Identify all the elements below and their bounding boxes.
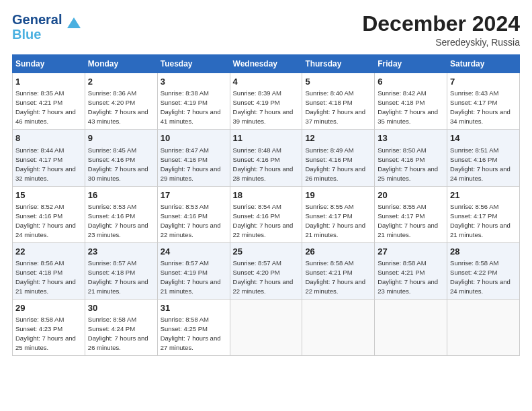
day-number: 12 bbox=[305, 132, 371, 144]
day-info: Sunrise: 8:57 AMSunset: 4:19 PMDaylight:… bbox=[161, 259, 221, 295]
calendar-cell: 30Sunrise: 8:58 AMSunset: 4:24 PMDayligh… bbox=[85, 299, 157, 355]
logo: General Blue bbox=[12, 12, 83, 42]
col-sunday: Sunday bbox=[13, 55, 85, 73]
location: Seredeyskiy, Russia bbox=[362, 37, 520, 48]
page: General Blue December 2024 Seredeyskiy, … bbox=[0, 0, 532, 363]
calendar-cell: 15Sunrise: 8:52 AMSunset: 4:16 PMDayligh… bbox=[13, 186, 85, 242]
title-block: December 2024 Seredeyskiy, Russia bbox=[362, 12, 520, 48]
calendar-cell: 18Sunrise: 8:54 AMSunset: 4:16 PMDayligh… bbox=[230, 186, 302, 242]
day-info: Sunrise: 8:36 AMSunset: 4:20 PMDaylight:… bbox=[88, 89, 148, 125]
day-number: 4 bbox=[233, 76, 300, 88]
day-info: Sunrise: 8:52 AMSunset: 4:16 PMDaylight:… bbox=[15, 203, 76, 238]
week-row-4: 22Sunrise: 8:56 AMSunset: 4:18 PMDayligh… bbox=[13, 242, 520, 299]
day-number: 16 bbox=[88, 189, 154, 201]
calendar-cell bbox=[375, 299, 447, 355]
calendar-cell: 9Sunrise: 8:45 AMSunset: 4:16 PMDaylight… bbox=[85, 130, 157, 186]
day-number: 5 bbox=[305, 76, 371, 88]
header: General Blue December 2024 Seredeyskiy, … bbox=[12, 12, 520, 48]
day-info: Sunrise: 8:58 AMSunset: 4:21 PMDaylight:… bbox=[378, 259, 438, 295]
day-number: 24 bbox=[161, 246, 227, 258]
day-number: 31 bbox=[161, 302, 227, 314]
day-number: 7 bbox=[450, 76, 517, 88]
svg-marker-0 bbox=[67, 17, 81, 28]
week-row-1: 1Sunrise: 8:35 AMSunset: 4:21 PMDaylight… bbox=[13, 73, 520, 130]
calendar-cell: 28Sunrise: 8:58 AMSunset: 4:22 PMDayligh… bbox=[447, 242, 520, 299]
day-info: Sunrise: 8:58 AMSunset: 4:22 PMDaylight:… bbox=[450, 259, 511, 295]
week-row-3: 15Sunrise: 8:52 AMSunset: 4:16 PMDayligh… bbox=[13, 186, 520, 242]
calendar-cell: 5Sunrise: 8:40 AMSunset: 4:18 PMDaylight… bbox=[302, 73, 375, 130]
day-info: Sunrise: 8:56 AMSunset: 4:18 PMDaylight:… bbox=[15, 259, 76, 295]
logo-icon bbox=[64, 15, 83, 34]
day-number: 8 bbox=[15, 132, 82, 144]
day-number: 2 bbox=[88, 76, 154, 88]
day-info: Sunrise: 8:49 AMSunset: 4:16 PMDaylight:… bbox=[305, 146, 365, 182]
calendar-cell: 10Sunrise: 8:47 AMSunset: 4:16 PMDayligh… bbox=[157, 130, 230, 186]
day-number: 29 bbox=[15, 302, 82, 314]
day-info: Sunrise: 8:55 AMSunset: 4:17 PMDaylight:… bbox=[305, 203, 365, 238]
day-number: 9 bbox=[88, 132, 154, 144]
calendar-cell: 20Sunrise: 8:55 AMSunset: 4:17 PMDayligh… bbox=[375, 186, 447, 242]
day-number: 22 bbox=[15, 246, 82, 258]
day-number: 27 bbox=[378, 246, 444, 258]
day-info: Sunrise: 8:56 AMSunset: 4:17 PMDaylight:… bbox=[450, 203, 511, 238]
day-number: 20 bbox=[378, 189, 444, 201]
day-info: Sunrise: 8:54 AMSunset: 4:16 PMDaylight:… bbox=[233, 203, 294, 238]
calendar-cell: 31Sunrise: 8:58 AMSunset: 4:25 PMDayligh… bbox=[157, 299, 230, 355]
calendar-cell: 11Sunrise: 8:48 AMSunset: 4:16 PMDayligh… bbox=[230, 130, 302, 186]
calendar-cell: 25Sunrise: 8:57 AMSunset: 4:20 PMDayligh… bbox=[230, 242, 302, 299]
day-info: Sunrise: 8:57 AMSunset: 4:20 PMDaylight:… bbox=[233, 259, 294, 295]
calendar-cell bbox=[302, 299, 375, 355]
day-info: Sunrise: 8:53 AMSunset: 4:16 PMDaylight:… bbox=[161, 203, 221, 238]
day-info: Sunrise: 8:58 AMSunset: 4:25 PMDaylight:… bbox=[161, 316, 221, 351]
day-number: 23 bbox=[88, 246, 154, 258]
calendar-cell: 1Sunrise: 8:35 AMSunset: 4:21 PMDaylight… bbox=[13, 73, 85, 130]
calendar-cell: 12Sunrise: 8:49 AMSunset: 4:16 PMDayligh… bbox=[302, 130, 375, 186]
calendar-cell bbox=[447, 299, 520, 355]
col-wednesday: Wednesday bbox=[230, 55, 302, 73]
day-number: 25 bbox=[233, 246, 300, 258]
calendar-cell: 16Sunrise: 8:53 AMSunset: 4:16 PMDayligh… bbox=[85, 186, 157, 242]
day-number: 3 bbox=[161, 76, 227, 88]
day-info: Sunrise: 8:44 AMSunset: 4:17 PMDaylight:… bbox=[15, 146, 76, 182]
day-info: Sunrise: 8:58 AMSunset: 4:23 PMDaylight:… bbox=[15, 316, 76, 351]
day-info: Sunrise: 8:43 AMSunset: 4:17 PMDaylight:… bbox=[450, 89, 511, 125]
day-info: Sunrise: 8:53 AMSunset: 4:16 PMDaylight:… bbox=[88, 203, 148, 238]
calendar-cell: 6Sunrise: 8:42 AMSunset: 4:18 PMDaylight… bbox=[375, 73, 447, 130]
day-number: 14 bbox=[450, 132, 517, 144]
calendar-cell: 2Sunrise: 8:36 AMSunset: 4:20 PMDaylight… bbox=[85, 73, 157, 130]
day-number: 10 bbox=[161, 132, 227, 144]
day-info: Sunrise: 8:55 AMSunset: 4:17 PMDaylight:… bbox=[378, 203, 438, 238]
week-row-5: 29Sunrise: 8:58 AMSunset: 4:23 PMDayligh… bbox=[13, 299, 520, 355]
col-friday: Friday bbox=[375, 55, 447, 73]
month-title: December 2024 bbox=[362, 12, 520, 36]
day-info: Sunrise: 8:50 AMSunset: 4:16 PMDaylight:… bbox=[378, 146, 438, 182]
calendar-cell: 24Sunrise: 8:57 AMSunset: 4:19 PMDayligh… bbox=[157, 242, 230, 299]
day-number: 21 bbox=[450, 189, 517, 201]
day-number: 30 bbox=[88, 302, 154, 314]
day-info: Sunrise: 8:38 AMSunset: 4:19 PMDaylight:… bbox=[161, 89, 221, 125]
day-info: Sunrise: 8:58 AMSunset: 4:24 PMDaylight:… bbox=[88, 316, 148, 351]
day-number: 18 bbox=[233, 189, 300, 201]
day-info: Sunrise: 8:51 AMSunset: 4:16 PMDaylight:… bbox=[450, 146, 511, 182]
header-row: Sunday Monday Tuesday Wednesday Thursday… bbox=[13, 55, 520, 73]
col-tuesday: Tuesday bbox=[157, 55, 230, 73]
week-row-2: 8Sunrise: 8:44 AMSunset: 4:17 PMDaylight… bbox=[13, 130, 520, 186]
col-thursday: Thursday bbox=[302, 55, 375, 73]
calendar-cell: 26Sunrise: 8:58 AMSunset: 4:21 PMDayligh… bbox=[302, 242, 375, 299]
col-monday: Monday bbox=[85, 55, 157, 73]
calendar-cell: 29Sunrise: 8:58 AMSunset: 4:23 PMDayligh… bbox=[13, 299, 85, 355]
day-number: 26 bbox=[305, 246, 371, 258]
day-number: 17 bbox=[161, 189, 227, 201]
day-info: Sunrise: 8:47 AMSunset: 4:16 PMDaylight:… bbox=[161, 146, 221, 182]
day-info: Sunrise: 8:58 AMSunset: 4:21 PMDaylight:… bbox=[305, 259, 365, 295]
calendar-cell: 17Sunrise: 8:53 AMSunset: 4:16 PMDayligh… bbox=[157, 186, 230, 242]
day-info: Sunrise: 8:45 AMSunset: 4:16 PMDaylight:… bbox=[88, 146, 148, 182]
day-number: 13 bbox=[378, 132, 444, 144]
calendar-cell: 3Sunrise: 8:38 AMSunset: 4:19 PMDaylight… bbox=[157, 73, 230, 130]
day-number: 6 bbox=[378, 76, 444, 88]
day-number: 28 bbox=[450, 246, 517, 258]
day-info: Sunrise: 8:35 AMSunset: 4:21 PMDaylight:… bbox=[15, 89, 76, 125]
day-info: Sunrise: 8:39 AMSunset: 4:19 PMDaylight:… bbox=[233, 89, 294, 125]
day-info: Sunrise: 8:48 AMSunset: 4:16 PMDaylight:… bbox=[233, 146, 294, 182]
day-number: 15 bbox=[15, 189, 82, 201]
